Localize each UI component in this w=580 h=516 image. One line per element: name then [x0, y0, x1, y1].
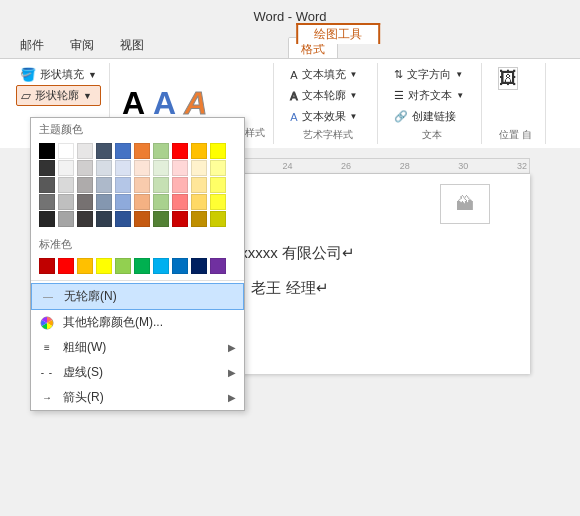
theme-color-swatch[interactable] [77, 143, 93, 159]
theme-color-swatch[interactable] [191, 143, 207, 159]
link-icon: 🔗 [394, 110, 408, 123]
image-placeholder: 🏔 [440, 184, 490, 224]
image-icon: 🏔 [456, 194, 474, 215]
theme-color-swatch[interactable] [39, 143, 55, 159]
title-text: Word - Word [253, 9, 326, 24]
weight-icon: ≡ [39, 340, 55, 356]
arrow-item[interactable]: → 箭头(R) ▶ [31, 385, 244, 410]
theme-color-swatch[interactable] [115, 177, 131, 193]
text-outline-btn[interactable]: A 文本轮廓 ▼ [286, 86, 369, 105]
standard-color-swatch[interactable] [39, 258, 55, 274]
text-direction-btn[interactable]: ⇅ 文字方向 ▼ [390, 65, 473, 84]
theme-color-swatch[interactable] [58, 160, 74, 176]
position-label: 位置 自 [494, 128, 537, 142]
text-fill-icon: A [290, 69, 297, 81]
text-outline-label: 文本轮廓 [302, 88, 346, 103]
theme-color-swatch[interactable] [172, 160, 188, 176]
theme-color-swatch[interactable] [115, 211, 131, 227]
create-link-btn[interactable]: 🔗 创建链接 [390, 107, 473, 126]
tab-mail[interactable]: 邮件 [8, 33, 56, 58]
theme-color-swatch[interactable] [39, 177, 55, 193]
theme-color-swatch[interactable] [58, 194, 74, 210]
theme-color-swatch[interactable] [115, 143, 131, 159]
outline-icon: ▱ [21, 88, 31, 103]
weight-item[interactable]: ≡ 粗细(W) ▶ [31, 335, 244, 360]
text-fill-label: 文本填充 [302, 67, 346, 82]
standard-color-swatch[interactable] [191, 258, 207, 274]
theme-color-swatch[interactable] [96, 211, 112, 227]
theme-color-swatch[interactable] [58, 211, 74, 227]
standard-color-swatch[interactable] [153, 258, 169, 274]
shape-outline-btn[interactable]: ▱ 形状轮廓 ▼ [16, 85, 101, 106]
theme-color-swatch[interactable] [77, 211, 93, 227]
dash-label: 虚线(S) [63, 364, 103, 381]
theme-color-swatch[interactable] [96, 194, 112, 210]
theme-color-swatch[interactable] [153, 177, 169, 193]
text-direction-group: ⇅ 文字方向 ▼ ☰ 对齐文本 ▼ 🔗 创建链接 文本 [382, 63, 482, 144]
standard-color-swatch[interactable] [210, 258, 226, 274]
theme-color-swatch[interactable] [39, 194, 55, 210]
theme-color-swatch[interactable] [153, 211, 169, 227]
theme-color-swatch[interactable] [153, 160, 169, 176]
theme-color-swatch[interactable] [191, 194, 207, 210]
more-colors-item[interactable]: 其他轮廓颜色(M)... [31, 310, 244, 335]
position-icon: 🖼 [498, 67, 518, 90]
standard-color-swatch[interactable] [115, 258, 131, 274]
theme-color-swatch[interactable] [172, 194, 188, 210]
position-btn[interactable]: 🖼 [494, 65, 537, 92]
color-wheel-icon [39, 315, 55, 331]
theme-color-swatch[interactable] [191, 211, 207, 227]
dash-arrow-icon: ▶ [228, 367, 236, 378]
align-text-btn[interactable]: ☰ 对齐文本 ▼ [390, 86, 473, 105]
theme-color-swatch[interactable] [58, 177, 74, 193]
theme-color-swatch[interactable] [134, 160, 150, 176]
theme-color-swatch[interactable] [210, 160, 226, 176]
theme-color-swatch[interactable] [134, 194, 150, 210]
tab-view[interactable]: 视图 [108, 33, 156, 58]
standard-color-swatch[interactable] [77, 258, 93, 274]
theme-color-swatch[interactable] [210, 143, 226, 159]
theme-color-swatch[interactable] [134, 143, 150, 159]
theme-color-swatch[interactable] [39, 160, 55, 176]
text-effect-label: 文本效果 [302, 109, 346, 124]
theme-color-swatch[interactable] [77, 194, 93, 210]
text-effect-btn[interactable]: A 文本效果 ▼ [286, 107, 369, 126]
theme-color-swatch[interactable] [210, 194, 226, 210]
text-dir-icon: ⇅ [394, 68, 403, 81]
shape-fill-btn[interactable]: 🪣 形状填充 ▼ [16, 65, 101, 84]
dash-item[interactable]: - - 虚线(S) ▶ [31, 360, 244, 385]
theme-color-swatch[interactable] [115, 194, 131, 210]
theme-color-swatch[interactable] [39, 211, 55, 227]
align-text-label: 对齐文本 [408, 88, 452, 103]
theme-color-swatch[interactable] [210, 211, 226, 227]
theme-color-swatch[interactable] [134, 177, 150, 193]
at-dropdown-icon: ▼ [456, 91, 464, 100]
theme-color-swatch[interactable] [210, 177, 226, 193]
theme-color-swatch[interactable] [96, 160, 112, 176]
theme-color-swatch[interactable] [153, 143, 169, 159]
theme-color-swatch[interactable] [96, 143, 112, 159]
standard-color-swatch[interactable] [96, 258, 112, 274]
theme-color-swatch[interactable] [153, 194, 169, 210]
theme-color-swatch[interactable] [77, 177, 93, 193]
standard-color-swatch[interactable] [172, 258, 188, 274]
theme-color-swatch[interactable] [172, 177, 188, 193]
theme-color-swatch[interactable] [172, 211, 188, 227]
text-group-label: 文本 [390, 128, 473, 142]
standard-color-swatch[interactable] [58, 258, 74, 274]
drawing-tools-container: 绘图工具 格式 [288, 41, 338, 58]
theme-color-swatch[interactable] [58, 143, 74, 159]
theme-color-swatch[interactable] [115, 160, 131, 176]
no-outline-item[interactable]: — 无轮廓(N) [31, 283, 244, 310]
theme-color-swatch[interactable] [77, 160, 93, 176]
standard-color-swatch[interactable] [134, 258, 150, 274]
title-bar: Word - Word [0, 0, 580, 32]
weight-arrow-icon: ▶ [228, 342, 236, 353]
theme-color-swatch[interactable] [191, 160, 207, 176]
theme-color-swatch[interactable] [134, 211, 150, 227]
tab-review[interactable]: 审阅 [58, 33, 106, 58]
text-fill-btn[interactable]: A 文本填充 ▼ [286, 65, 369, 84]
theme-color-swatch[interactable] [96, 177, 112, 193]
theme-color-swatch[interactable] [191, 177, 207, 193]
theme-color-swatch[interactable] [172, 143, 188, 159]
